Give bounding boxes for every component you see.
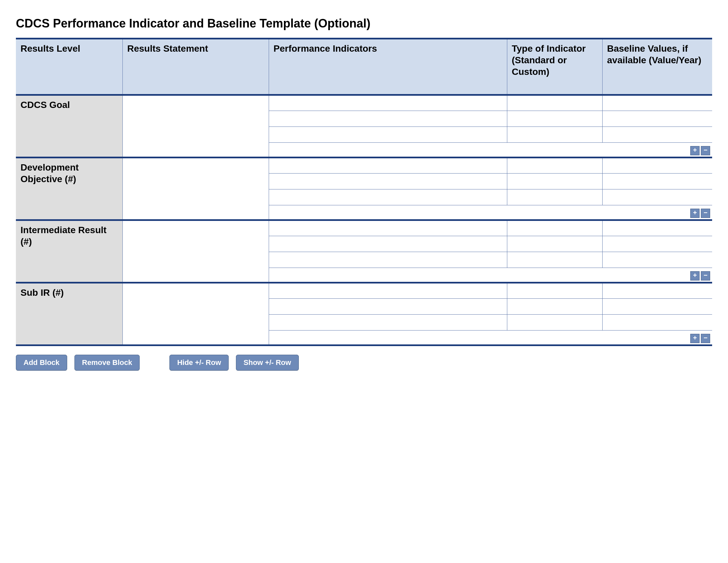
type-cell[interactable] <box>507 158 602 173</box>
indicator-cell[interactable] <box>269 299 507 315</box>
section-label: Intermediate Result (#) <box>16 220 122 268</box>
add-block-button[interactable]: Add Block <box>16 355 67 371</box>
section-control-row: + − <box>16 205 712 220</box>
type-cell[interactable] <box>507 220 602 236</box>
table-row: Development Objective (#) <box>16 158 712 173</box>
table-row: Intermediate Result (#) <box>16 220 712 236</box>
baseline-cell[interactable] <box>602 111 712 127</box>
remove-block-button[interactable]: Remove Block <box>74 355 140 371</box>
remove-row-button[interactable]: − <box>701 334 710 343</box>
toolbar: Add Block Remove Block Hide +/- Row Show… <box>16 355 712 371</box>
hide-row-button[interactable]: Hide +/- Row <box>169 355 229 371</box>
baseline-cell[interactable] <box>602 189 712 205</box>
col-results-level: Results Level <box>16 39 122 95</box>
section-label: CDCS Goal <box>16 95 122 143</box>
type-cell[interactable] <box>507 299 602 315</box>
results-statement-cell[interactable] <box>122 220 269 268</box>
table-row: Sub IR (#) <box>16 283 712 299</box>
col-indicator-type: Type of Indicator (Standard or Custom) <box>507 39 602 95</box>
results-statement-cell[interactable] <box>122 95 269 143</box>
type-cell[interactable] <box>507 236 602 252</box>
section-control-row: + − <box>16 143 712 158</box>
show-row-button[interactable]: Show +/- Row <box>236 355 299 371</box>
type-cell[interactable] <box>507 111 602 127</box>
indicator-cell[interactable] <box>269 158 507 173</box>
type-cell[interactable] <box>507 315 602 331</box>
indicator-cell[interactable] <box>269 189 507 205</box>
indicator-cell[interactable] <box>269 95 507 111</box>
add-row-button[interactable]: + <box>690 271 700 280</box>
remove-row-button[interactable]: − <box>701 209 710 218</box>
indicator-cell[interactable] <box>269 111 507 127</box>
indicator-cell[interactable] <box>269 283 507 299</box>
indicator-table: Results Level Results Statement Performa… <box>16 38 712 346</box>
baseline-cell[interactable] <box>602 315 712 331</box>
section-label: Development Objective (#) <box>16 158 122 205</box>
baseline-cell[interactable] <box>602 127 712 143</box>
type-cell[interactable] <box>507 283 602 299</box>
indicator-cell[interactable] <box>269 315 507 331</box>
indicator-cell[interactable] <box>269 220 507 236</box>
section-label: Sub IR (#) <box>16 283 122 331</box>
section-control-row: + − <box>16 331 712 346</box>
section-control-row: + − <box>16 268 712 283</box>
baseline-cell[interactable] <box>602 252 712 268</box>
type-cell[interactable] <box>507 189 602 205</box>
table-row: CDCS Goal <box>16 95 712 111</box>
results-statement-cell[interactable] <box>122 158 269 205</box>
type-cell[interactable] <box>507 252 602 268</box>
col-performance-indic: Performance Indicators <box>269 39 507 95</box>
baseline-cell[interactable] <box>602 236 712 252</box>
add-row-button[interactable]: + <box>690 209 700 218</box>
col-baseline: Baseline Values, if available (Value/Yea… <box>602 39 712 95</box>
indicator-cell[interactable] <box>269 127 507 143</box>
col-results-statement: Results Statement <box>122 39 269 95</box>
results-statement-cell[interactable] <box>122 283 269 331</box>
type-cell[interactable] <box>507 127 602 143</box>
add-row-button[interactable]: + <box>690 334 700 343</box>
baseline-cell[interactable] <box>602 283 712 299</box>
table-header-row: Results Level Results Statement Performa… <box>16 39 712 95</box>
indicator-cell[interactable] <box>269 173 507 189</box>
baseline-cell[interactable] <box>602 173 712 189</box>
type-cell[interactable] <box>507 173 602 189</box>
baseline-cell[interactable] <box>602 299 712 315</box>
baseline-cell[interactable] <box>602 95 712 111</box>
remove-row-button[interactable]: − <box>701 271 710 280</box>
page-title: CDCS Performance Indicator and Baseline … <box>16 17 712 30</box>
remove-row-button[interactable]: − <box>701 146 710 155</box>
indicator-cell[interactable] <box>269 252 507 268</box>
baseline-cell[interactable] <box>602 220 712 236</box>
baseline-cell[interactable] <box>602 158 712 173</box>
add-row-button[interactable]: + <box>690 146 700 155</box>
indicator-cell[interactable] <box>269 236 507 252</box>
type-cell[interactable] <box>507 95 602 111</box>
